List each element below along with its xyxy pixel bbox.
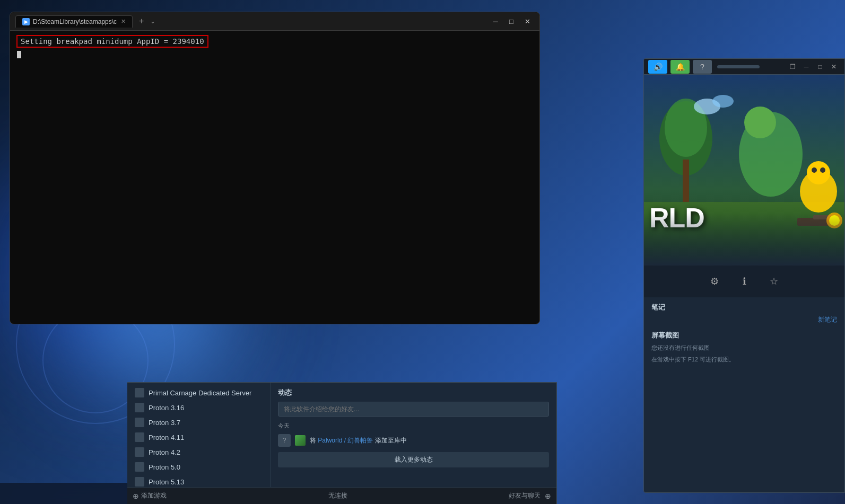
steam-bell-button[interactable]: 🔔 bbox=[670, 60, 690, 74]
close-icon: ✕ bbox=[831, 63, 837, 70]
terminal-tab-label: D:\SteamLibrary\steamapps\c bbox=[33, 18, 117, 25]
steam-profile-area bbox=[717, 65, 760, 68]
terminal-controls: ─ □ ✕ bbox=[489, 14, 534, 28]
screenshot-empty-text: 您还没有进行任何截图 在游戏中按下 F12 可进行截图。 bbox=[651, 343, 837, 364]
friends-chat-button[interactable]: 好友与聊天 ⊕ bbox=[509, 491, 551, 500]
load-more-button[interactable]: 载入更多动态 bbox=[278, 452, 549, 467]
settings-icon-button[interactable]: ⚙ bbox=[705, 272, 724, 291]
notes-title: 笔记 bbox=[651, 303, 837, 312]
activity-game-icon bbox=[295, 435, 306, 446]
steam-window: 🔊 🔔 ? ❐ ─ □ ✕ bbox=[643, 58, 845, 493]
library-bottom-bar: ⊕ 添加游戏 无连接 好友与聊天 ⊕ bbox=[127, 487, 556, 504]
terminal-content: Setting breakpad minidump AppID = 239401… bbox=[10, 31, 539, 324]
plus-icon: ⊕ bbox=[133, 492, 139, 500]
svg-point-10 bbox=[820, 167, 825, 173]
svg-rect-4 bbox=[683, 160, 689, 202]
game-item-label: Proton 5.0 bbox=[149, 463, 180, 471]
game-action-bar: ⚙ ℹ ☆ bbox=[644, 266, 844, 297]
add-game-button[interactable]: ⊕ 添加游戏 bbox=[133, 491, 167, 500]
info-icon: ℹ bbox=[743, 276, 746, 287]
maximize-icon: □ bbox=[818, 63, 822, 70]
tab-dropdown-button[interactable]: ⌄ bbox=[150, 17, 155, 25]
friends-plus-icon: ⊕ bbox=[545, 492, 551, 500]
taskbar bbox=[0, 483, 127, 504]
game-list-item[interactable]: Proton 5.13 bbox=[127, 474, 270, 487]
terminal-tab-icon: ▶ bbox=[22, 18, 30, 25]
game-item-label: Proton 3.7 bbox=[149, 419, 180, 427]
game-item-icon bbox=[135, 418, 144, 427]
game-item-icon bbox=[135, 447, 144, 457]
steam-speaker-button[interactable]: 🔊 bbox=[648, 60, 667, 74]
game-list-item[interactable]: Proton 4.2 bbox=[127, 445, 270, 459]
game-item-icon bbox=[135, 403, 144, 412]
activity-game-name: Palworld / 幻兽帕鲁 bbox=[318, 437, 373, 444]
svg-point-8 bbox=[807, 161, 830, 184]
game-item-label: Proton 4.2 bbox=[149, 448, 180, 456]
game-item-label: Proton 3.16 bbox=[149, 404, 184, 412]
activity-share-input[interactable] bbox=[278, 402, 549, 417]
new-note-button[interactable]: 新笔记 bbox=[651, 315, 837, 324]
game-item-icon bbox=[135, 388, 144, 397]
game-item-label: Proton 4.11 bbox=[149, 434, 184, 441]
steam-close-button[interactable]: ✕ bbox=[827, 61, 840, 73]
game-image-overlay bbox=[644, 213, 844, 266]
terminal-close-button[interactable]: ✕ bbox=[520, 14, 534, 28]
minimize-icon: ─ bbox=[804, 63, 809, 70]
library-content: Primal Carnage Dedicated ServerProton 3.… bbox=[127, 383, 556, 487]
profile-name-bar bbox=[717, 65, 760, 68]
terminal-cursor-line bbox=[16, 50, 533, 58]
terminal-titlebar: ▶ D:\SteamLibrary\steamapps\c ✕ + ⌄ ─ □ … bbox=[10, 12, 539, 31]
steam-library-window: Primal Carnage Dedicated ServerProton 3.… bbox=[127, 382, 557, 504]
game-list-item[interactable]: Proton 3.7 bbox=[127, 415, 270, 430]
terminal-maximize-button[interactable]: □ bbox=[504, 14, 518, 28]
bell-icon: 🔔 bbox=[676, 63, 685, 71]
game-list-item[interactable]: Proton 5.0 bbox=[127, 459, 270, 474]
game-list-item[interactable]: Primal Carnage Dedicated Server bbox=[127, 385, 270, 400]
svg-point-12 bbox=[712, 95, 734, 108]
activity-avatar: ? bbox=[278, 434, 291, 447]
screenshots-title: 屏幕截图 bbox=[651, 331, 837, 340]
activity-today-label: 今天 bbox=[278, 422, 549, 430]
terminal-window: ▶ D:\SteamLibrary\steamapps\c ✕ + ⌄ ─ □ … bbox=[10, 12, 540, 324]
terminal-output: Setting breakpad minidump AppID = 239401… bbox=[16, 35, 208, 48]
info-icon-button[interactable]: ℹ bbox=[735, 272, 754, 291]
help-icon: ? bbox=[700, 63, 704, 71]
steam-right-panel: 笔记 新笔记 屏幕截图 您还没有进行任何截图 在游戏中按下 F12 可进行截图。 bbox=[644, 297, 844, 492]
game-item-icon bbox=[135, 432, 144, 442]
game-item-label: Primal Carnage Dedicated Server bbox=[149, 389, 251, 397]
restore-down-icon: ❐ bbox=[790, 63, 796, 70]
settings-icon: ⚙ bbox=[710, 276, 719, 287]
terminal-cursor bbox=[17, 51, 21, 58]
activity-item: ? 将 Palworld / 幻兽帕鲁 添加至库中 bbox=[278, 434, 549, 447]
steam-restore-down-button[interactable]: ❐ bbox=[786, 61, 799, 73]
game-list: Primal Carnage Dedicated ServerProton 3.… bbox=[127, 383, 271, 487]
terminal-line-1: Setting breakpad minidump AppID = 239401… bbox=[16, 35, 533, 48]
connection-status: 无连接 bbox=[170, 491, 506, 500]
activity-title: 动态 bbox=[278, 388, 549, 397]
favorite-icon-button[interactable]: ☆ bbox=[764, 272, 783, 291]
activity-area: 动态 今天 ? 将 Palworld / 幻兽帕鲁 添加至库中 载入更多动态 bbox=[271, 383, 556, 487]
svg-point-9 bbox=[812, 167, 817, 173]
steam-maximize-button[interactable]: □ bbox=[814, 61, 826, 73]
game-list-item[interactable]: Proton 3.16 bbox=[127, 400, 270, 415]
terminal-minimize-button[interactable]: ─ bbox=[489, 14, 502, 28]
svg-point-6 bbox=[744, 107, 776, 138]
terminal-tab[interactable]: ▶ D:\SteamLibrary\steamapps\c ✕ bbox=[15, 15, 133, 28]
steam-help-button[interactable]: ? bbox=[693, 60, 712, 74]
game-list-item[interactable]: Proton 4.11 bbox=[127, 430, 270, 445]
steam-controls: ❐ ─ □ ✕ bbox=[786, 61, 840, 73]
steam-minimize-button[interactable]: ─ bbox=[800, 61, 813, 73]
game-image-area: RLD bbox=[644, 75, 844, 266]
game-item-label: Proton 5.13 bbox=[149, 478, 184, 486]
activity-text: 将 Palworld / 幻兽帕鲁 添加至库中 bbox=[310, 436, 407, 445]
tab-add-button[interactable]: + bbox=[137, 16, 146, 26]
star-icon: ☆ bbox=[770, 276, 778, 287]
steam-titlebar: 🔊 🔔 ? ❐ ─ □ ✕ bbox=[644, 59, 844, 75]
game-item-icon bbox=[135, 477, 144, 487]
speaker-icon: 🔊 bbox=[654, 63, 663, 71]
game-item-icon bbox=[135, 462, 144, 472]
tab-close-button[interactable]: ✕ bbox=[121, 18, 126, 25]
